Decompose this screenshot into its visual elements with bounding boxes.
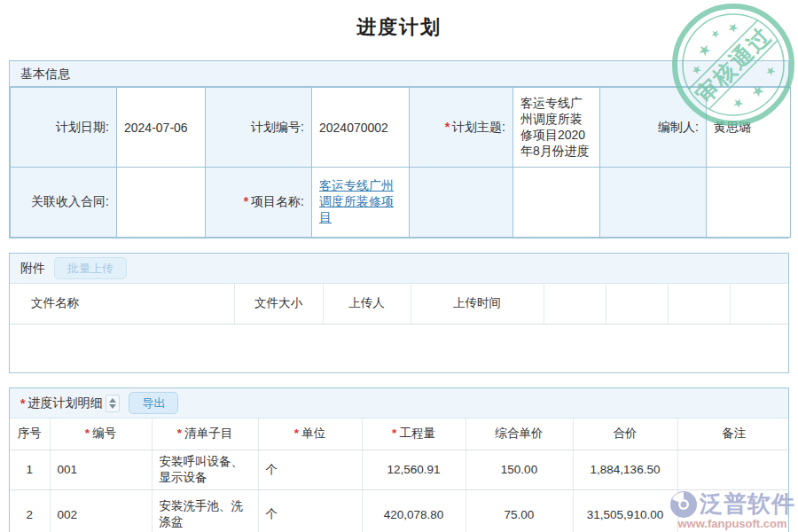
- plan-date-label: 计划日期:: [11, 88, 117, 168]
- item-cell: 安装呼叫设备、显示设备: [152, 450, 258, 489]
- unit-price-header: 综合单价: [466, 419, 573, 450]
- seq-cell: 1: [10, 450, 50, 489]
- plan-date-value: 2024-07-06: [117, 88, 206, 168]
- table-row: 2 002 安装洗手池、洗涤盆 个 420,078.80 75.00 31,50…: [10, 489, 790, 532]
- page-title: 进度计划: [0, 14, 798, 41]
- plan-no-label: 计划编号:: [206, 88, 312, 168]
- quantity-cell: 12,560.91: [362, 450, 466, 489]
- contract-value: [117, 168, 206, 238]
- empty-header: [730, 284, 790, 324]
- basic-info-table: 计划日期: 2024-07-06 计划编号: 2024070002 *计划主题:…: [10, 87, 791, 238]
- unit-price-cell: 75.00: [466, 489, 573, 532]
- total-price-cell: 31,505,910.00: [573, 489, 677, 532]
- total-price-header: 合价: [573, 419, 677, 450]
- remark-header: 备注: [677, 419, 790, 450]
- project-label-text: 项目名称:: [251, 194, 304, 208]
- remark-cell: [677, 489, 790, 532]
- attachments-empty-area: [10, 325, 788, 374]
- quantity-cell: 420,078.80: [362, 489, 466, 532]
- author-label: 编制人:: [600, 88, 707, 168]
- sort-down-icon: [109, 404, 116, 409]
- quantity-header: *工程量: [362, 419, 466, 450]
- basic-info-row-2: 关联收入合同: *项目名称: 客运专线广州调度所装修项目: [11, 168, 791, 238]
- empty-header: [544, 284, 606, 324]
- attachments-toolbar: 附件 批量上传: [10, 254, 788, 284]
- code-cell: 002: [50, 489, 152, 532]
- item-header: *清单子目: [152, 419, 258, 450]
- empty-header: [606, 284, 668, 324]
- code-cell: 001: [50, 450, 152, 489]
- file-name-header: 文件名称: [10, 284, 234, 324]
- item-cell: 安装洗手池、洗涤盆: [152, 489, 258, 532]
- empty-value-cell: [707, 168, 791, 238]
- unit-price-cell: 150.00: [466, 450, 573, 489]
- basic-info-row-1: 计划日期: 2024-07-06 计划编号: 2024070002 *计划主题:…: [11, 88, 791, 168]
- sort-up-icon: [109, 398, 116, 403]
- project-label: *项目名称:: [206, 168, 312, 238]
- project-value: 客运专线广州调度所装修项目: [312, 168, 410, 238]
- contract-label: 关联收入合同:: [11, 168, 117, 238]
- unit-cell: 个: [258, 489, 362, 532]
- basic-info-section-title: 基本信息: [10, 61, 788, 87]
- attachments-section: 附件 批量上传 文件名称 文件大小 上传人 上传时间: [9, 253, 789, 373]
- batch-upload-button[interactable]: 批量上传: [54, 257, 127, 280]
- detail-toolbar: * 进度计划明细 导出: [10, 388, 788, 419]
- quantity-header-text: 工程量: [399, 426, 435, 440]
- table-row: 1 001 安装呼叫设备、显示设备 个 12,560.91 150.00 1,8…: [10, 450, 790, 489]
- attachments-section-title: 附件: [20, 261, 45, 277]
- seq-cell: 2: [10, 489, 50, 532]
- detail-section-title: 进度计划明细: [27, 395, 102, 411]
- attachments-header-row: 文件名称 文件大小 上传人 上传时间: [10, 284, 790, 324]
- unit-cell: 个: [258, 450, 362, 489]
- author-value: 黄思璐: [707, 88, 791, 168]
- code-header: *编号: [50, 419, 152, 450]
- sort-spinner[interactable]: [106, 395, 120, 412]
- uploader-header: 上传人: [323, 284, 411, 324]
- required-asterisk: *: [177, 426, 182, 440]
- remark-cell: [677, 450, 790, 489]
- basic-info-section: 基本信息 计划日期: 2024-07-06 计划编号: 2024070002 *…: [9, 60, 789, 239]
- seq-header: 序号: [10, 419, 50, 450]
- total-price-cell: 1,884,136.50: [573, 450, 677, 489]
- empty-label-cell: [410, 168, 513, 238]
- detail-section: * 进度计划明细 导出 序号 *编号 *清单子目 *单位 *工程量 综合单价 合…: [9, 387, 789, 532]
- attachments-table: 文件名称 文件大小 上传人 上传时间: [10, 284, 790, 325]
- required-asterisk: *: [392, 426, 396, 440]
- detail-header-row: 序号 *编号 *清单子目 *单位 *工程量 综合单价 合价 备注: [10, 419, 790, 450]
- required-asterisk: *: [20, 396, 25, 411]
- plan-no-value: 2024070002: [312, 88, 410, 168]
- export-button[interactable]: 导出: [129, 392, 178, 415]
- upload-time-header: 上传时间: [411, 284, 544, 324]
- plan-no-label-text: 计划编号:: [251, 120, 304, 134]
- unit-header-text: 单位: [301, 426, 325, 440]
- code-header-text: 编号: [92, 426, 116, 440]
- required-asterisk: *: [445, 120, 450, 134]
- subject-label: *计划主题:: [410, 88, 513, 168]
- subject-label-text: 计划主题:: [452, 120, 505, 134]
- empty-header: [668, 284, 730, 324]
- empty-value-cell: [513, 168, 600, 238]
- subject-value: 客运专线广州调度所装修项目2020年8月份进度: [513, 88, 600, 168]
- item-header-text: 清单子目: [184, 426, 232, 440]
- plan-date-label-text: 计划日期:: [56, 120, 109, 134]
- required-asterisk: *: [244, 194, 248, 208]
- detail-table: 序号 *编号 *清单子目 *单位 *工程量 综合单价 合价 备注 1 001 安…: [10, 419, 790, 532]
- stamp-star-icon: ★: [693, 40, 715, 61]
- required-asterisk: *: [85, 426, 90, 440]
- file-size-header: 文件大小: [234, 284, 323, 324]
- empty-label-cell: [600, 168, 707, 238]
- unit-header: *单位: [258, 419, 362, 450]
- project-link[interactable]: 客运专线广州调度所装修项目: [319, 178, 394, 224]
- required-asterisk: *: [294, 426, 299, 440]
- contract-label-text: 关联收入合同:: [31, 194, 109, 208]
- author-label-text: 编制人:: [658, 120, 699, 134]
